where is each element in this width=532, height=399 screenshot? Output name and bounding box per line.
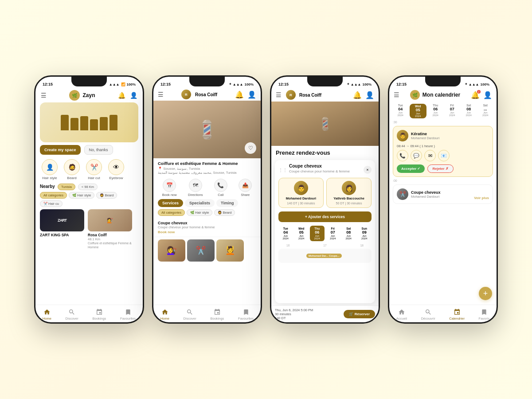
status-icons-3: ⌖ ▲▲▲ 100% xyxy=(347,82,372,86)
booking-footer-3: Thu, Jun 6, 2024 5:00 PM 30 minutes 140 … xyxy=(271,305,379,322)
nav-favourites-2[interactable]: Favourites xyxy=(238,309,254,321)
whatsapp-action-btn[interactable]: 💬 xyxy=(411,150,422,161)
user-icon-3[interactable]: 👤 xyxy=(365,91,374,99)
reserve-button-3[interactable]: 🛒 Réserver xyxy=(344,310,375,318)
nav-discover-1[interactable]: Discover xyxy=(66,309,78,321)
week-day-thu-4[interactable]: Thu 06 Jun 2024 xyxy=(428,104,443,118)
filter-hair[interactable]: 🌿 Hair style xyxy=(69,192,94,199)
add-services-button-3[interactable]: + Ajouter des services xyxy=(278,211,372,222)
week-day-sat-4[interactable]: Sat 08 Jun 2024 xyxy=(461,104,477,118)
nav-favourites-1[interactable]: Favourites xyxy=(120,309,136,321)
salon-header-2: ☰ R Rosa Coiff 🔔 👤 xyxy=(153,88,261,101)
modal-close-3[interactable]: × xyxy=(364,166,372,174)
salon-hero-2: 💈 ♡ xyxy=(153,101,261,158)
phone-3: 12:15 ⌖ ▲▲▲ 100% ☰ R Rosa Coiff 🔔 👤 💈 Pr… xyxy=(270,75,380,324)
reject-button-keratine[interactable]: Rejeter ✗ xyxy=(427,164,453,173)
cal-day-thu[interactable]: Thu 06 Jun 2024 xyxy=(310,226,325,241)
nav-calendrier-4[interactable]: Calendrier xyxy=(449,309,465,321)
spec-name-2: Yathreb Baccouche xyxy=(333,196,364,200)
filter-all[interactable]: All categories xyxy=(40,192,67,199)
booking-modal-3: ⋮⋮ Coupe cheveux Coupe cheveux pour homm… xyxy=(275,160,375,303)
appointment-keratine: 👨 Kératine Mohamed Dardouri 08:44 → 09:4… xyxy=(393,126,493,177)
bell-icon-2[interactable]: 🔔 xyxy=(235,90,244,99)
menu-icon-3[interactable]: ☰ xyxy=(276,91,282,98)
appt-info-coupe: Coupe cheveux Mohamed Dardouri xyxy=(411,190,441,199)
week-day-wed-4[interactable]: Wed 05 Jun 2024 xyxy=(410,104,427,118)
create-space-button[interactable]: Create my space xyxy=(40,145,81,155)
category-hair-style[interactable]: 👤 Hair style xyxy=(40,159,59,180)
accept-button-keratine[interactable]: Accepter ✓ xyxy=(397,164,425,173)
email-action-btn[interactable]: 📧 xyxy=(438,150,450,161)
cal-day-tue[interactable]: Tue 04 Jun 2024 xyxy=(278,226,293,241)
drag-handle-3: ⋮⋮ xyxy=(278,168,287,172)
nav-accueil-4[interactable]: Accueil xyxy=(396,309,407,321)
cal-day-sun[interactable]: Sun 09 Jun 2024 xyxy=(357,226,372,241)
category-beard[interactable]: 🧔 Beard xyxy=(62,159,82,180)
book-now-btn-2[interactable]: 📅 Book now xyxy=(162,179,177,197)
battery-4: 100% xyxy=(481,82,489,86)
heart-button-2[interactable]: ♡ xyxy=(245,142,256,154)
location-chip[interactable]: Tunisia xyxy=(58,184,75,190)
salon-name-3: Rosa Coiff xyxy=(299,93,321,98)
menu-icon-4[interactable]: ☰ xyxy=(394,91,399,98)
nav-discover-2[interactable]: Discover xyxy=(184,309,196,321)
filter-all-2[interactable]: All categories xyxy=(158,209,185,216)
share-btn-2[interactable]: 📤 Share xyxy=(239,179,252,197)
phone-4: 12:15 ⌖ ▲▲▲ 100% ☰ 🌿 Mon calendrier 🔔 2 … xyxy=(388,75,498,324)
week-day-sat2-4[interactable]: Sat ... Jun 2024 xyxy=(478,104,493,118)
no-thanks-button[interactable]: No, thanks xyxy=(84,145,113,155)
rosa-dist: 48.1 Km xyxy=(88,237,132,241)
tab-specialists-2[interactable]: Specialists xyxy=(185,199,215,207)
filter-beard[interactable]: 🧔 Beard xyxy=(96,192,117,199)
place-card-rosa[interactable]: 💇 Rosa Coiff 48.1 Km Coiffure et esthéti… xyxy=(88,209,132,249)
category-eyebrow[interactable]: 👁 Eyebrow xyxy=(106,159,126,180)
call-btn-2[interactable]: 📞 Call xyxy=(214,179,227,197)
menu-icon-2[interactable]: ☰ xyxy=(158,91,164,98)
nav-bookings-1[interactable]: Bookings xyxy=(93,309,106,321)
week-day-tue-4[interactable]: Tue 04 Jun 2024 xyxy=(393,104,408,118)
week-day-fri-4[interactable]: Fri 07 Jun 2024 xyxy=(445,104,460,118)
appt-avatar-coupe: ✂️ xyxy=(397,188,408,200)
cal-day-fri[interactable]: Fri 07 Jun 2024 xyxy=(326,226,340,241)
notification-badge-4[interactable]: 🔔 2 xyxy=(471,91,480,99)
category-hair-cut[interactable]: ✂️ Hair cut xyxy=(84,159,104,180)
service-images-2: 💇‍♀️ ✂️ 💆 xyxy=(153,237,261,264)
service-desc-2: Coupe cheveux pour homme & femme xyxy=(158,225,256,229)
categories-row-1: 👤 Hair style 🧔 Beard ✂️ Hair cut 👁 Eyebr… xyxy=(35,157,143,182)
bell-icon-1[interactable]: 🔔 xyxy=(118,92,125,99)
place-card-zart[interactable]: ZART ZART KING SPA xyxy=(40,209,84,249)
app-logo-1: 🌿 xyxy=(69,90,80,101)
spec-card-2[interactable]: 👩 Yathreb Baccouche 50 DT | 30 minutes xyxy=(326,178,372,208)
service-item-2: Coupe cheveux Coupe cheveux pour homme &… xyxy=(153,218,261,237)
eyebrow-label: Eyebrow xyxy=(109,176,123,180)
phones-container: 12:15 ▲▲▲ 📶 100% ☰ 🌿 Zayn 🔔 👤 xyxy=(25,66,507,332)
bottom-nav-2: Home Discover Bookings Favourites xyxy=(153,305,261,322)
tab-services-2[interactable]: Services xyxy=(158,199,183,207)
tab-timing-2[interactable]: Timing xyxy=(216,199,238,207)
user-icon-2[interactable]: 👤 xyxy=(247,90,256,99)
cal-day-sat[interactable]: Sat 08 Jun 2024 xyxy=(341,226,356,241)
nav-bookings-2[interactable]: Bookings xyxy=(211,309,224,321)
book-link-2[interactable]: Book now xyxy=(158,230,256,234)
bell-icon-3[interactable]: 🔔 xyxy=(353,91,362,99)
filter-beard-2[interactable]: 🧔 Beard xyxy=(214,209,235,216)
add-appointment-button[interactable]: + xyxy=(479,287,492,300)
distance-chip[interactable]: < 98 Km xyxy=(78,184,98,190)
call-action-btn[interactable]: 📞 xyxy=(397,150,408,161)
menu-icon-1[interactable]: ☰ xyxy=(41,92,47,99)
nav-decouvrir-4[interactable]: Découvrir xyxy=(421,309,435,321)
nav-favoris-4[interactable]: Favoris xyxy=(479,309,490,321)
spec-card-1[interactable]: 👨 Mohamed Dardouri 140 DT | 30 minutes xyxy=(278,178,324,208)
filter-cut[interactable]: ✂️ Hair cu xyxy=(40,200,63,207)
user-icon-4[interactable]: 👤 xyxy=(483,91,492,99)
cal-day-wed[interactable]: Wed 05 Jun 2024 xyxy=(294,226,309,241)
nav-home-2[interactable]: Home xyxy=(160,309,169,321)
directions-btn-2[interactable]: 🗺 Directions xyxy=(188,179,203,197)
time-slot-area-3[interactable]: Mohamed Dar... Coupe... xyxy=(278,249,372,263)
appt-name-coupe: Coupe cheveux xyxy=(411,190,441,195)
sms-action-btn[interactable]: ✉ xyxy=(424,150,436,161)
user-icon-1[interactable]: 👤 xyxy=(130,92,137,99)
voir-plus-button[interactable]: Voir plus xyxy=(474,196,489,200)
nav-home-1[interactable]: Home xyxy=(43,309,51,321)
filter-hair-2[interactable]: 🌿 Hair style xyxy=(187,209,212,216)
